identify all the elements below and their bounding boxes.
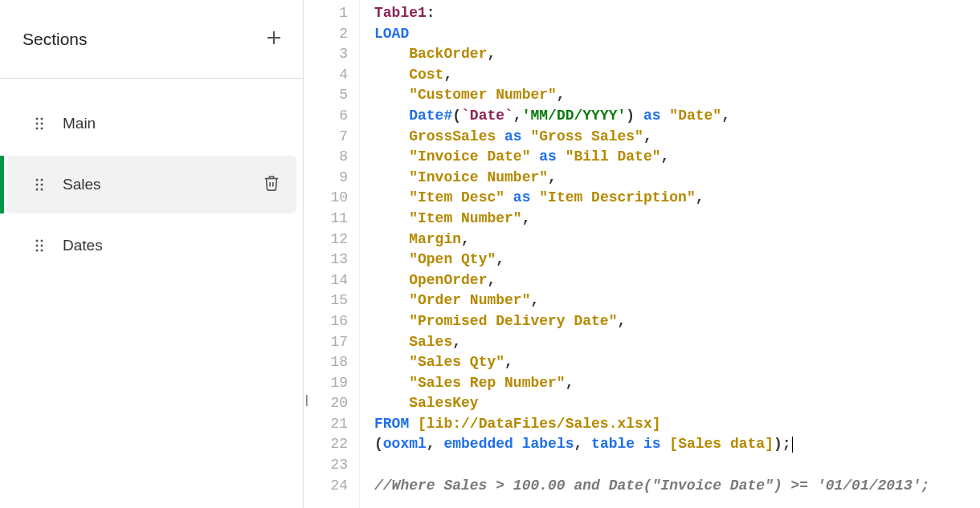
svg-point-12 xyxy=(36,189,39,191)
section-item-dates[interactable]: Dates xyxy=(6,217,296,274)
svg-point-19 xyxy=(41,250,43,252)
code-area[interactable]: Table1:LOAD BackOrder, Cost, "Customer N… xyxy=(360,0,980,508)
code-editor[interactable]: 123456789101112131415161718192021222324 … xyxy=(304,0,980,508)
section-list: MainSalesDates xyxy=(0,79,303,278)
svg-point-6 xyxy=(36,128,39,130)
line-number: 22 xyxy=(304,434,348,455)
svg-point-10 xyxy=(36,184,39,186)
line-number: 15 xyxy=(304,291,348,311)
code-line[interactable]: "Sales Rep Number", xyxy=(374,373,980,394)
section-item-sales[interactable]: Sales xyxy=(6,156,296,213)
sidebar-title: Sections xyxy=(22,30,88,49)
line-number: 19 xyxy=(304,373,348,394)
code-line[interactable]: "Sales Qty", xyxy=(374,352,980,373)
line-number: 5 xyxy=(304,85,348,106)
svg-point-3 xyxy=(41,118,43,120)
code-line[interactable]: "Item Number", xyxy=(374,209,980,230)
code-line[interactable]: SalesKey xyxy=(374,393,980,414)
svg-point-5 xyxy=(41,123,43,125)
section-label: Sales xyxy=(63,176,263,193)
svg-point-7 xyxy=(41,128,43,130)
sidebar-header: Sections xyxy=(0,0,303,79)
svg-point-11 xyxy=(41,184,43,186)
code-line[interactable]: FROM [lib://DataFiles/Sales.xlsx] xyxy=(374,414,980,435)
line-number: 20 xyxy=(304,393,348,414)
code-line[interactable]: //Where Sales > 100.00 and Date("Invoice… xyxy=(374,476,980,497)
code-line[interactable] xyxy=(374,455,980,476)
line-number: 6 xyxy=(304,106,348,127)
code-line[interactable]: Margin, xyxy=(374,230,980,250)
drag-handle-icon[interactable] xyxy=(32,116,47,131)
code-line[interactable]: "Invoice Number", xyxy=(374,168,980,189)
code-line[interactable]: "Promised Delivery Date", xyxy=(374,311,980,332)
code-line[interactable]: Date#(`Date`,'MM/DD/YYYY') as "Date", xyxy=(374,106,980,127)
line-number: 11 xyxy=(304,209,348,230)
line-number: 18 xyxy=(304,352,348,373)
code-line[interactable]: Sales, xyxy=(374,332,980,353)
line-number: 12 xyxy=(304,230,348,250)
code-line[interactable]: LOAD xyxy=(374,24,980,45)
svg-point-8 xyxy=(36,179,39,181)
code-line[interactable]: "Item Desc" as "Item Description", xyxy=(374,188,980,209)
add-section-button[interactable] xyxy=(264,28,284,51)
code-line[interactable]: (ooxml, embedded labels, table is [Sales… xyxy=(374,434,980,455)
line-number: 16 xyxy=(304,311,348,332)
line-number: 23 xyxy=(304,455,348,476)
code-line[interactable]: "Open Qty", xyxy=(374,250,980,270)
code-line[interactable]: OpenOrder, xyxy=(374,270,980,291)
code-line[interactable]: Table1: xyxy=(374,3,980,24)
code-line[interactable]: "Customer Number", xyxy=(374,85,980,106)
section-item-main[interactable]: Main xyxy=(6,95,296,152)
svg-point-17 xyxy=(41,245,43,247)
section-label: Main xyxy=(63,115,280,132)
line-number: 24 xyxy=(304,476,348,497)
line-number: 3 xyxy=(304,44,348,65)
svg-point-16 xyxy=(36,245,39,247)
line-number: 21 xyxy=(304,414,348,435)
line-number: 7 xyxy=(304,127,348,148)
line-number: 8 xyxy=(304,147,348,168)
code-line[interactable]: GrossSales as "Gross Sales", xyxy=(374,127,980,148)
svg-point-15 xyxy=(41,240,43,242)
drag-handle-icon[interactable] xyxy=(32,238,47,253)
line-number: 2 xyxy=(304,24,348,45)
line-gutter: 123456789101112131415161718192021222324 xyxy=(304,0,360,508)
svg-point-9 xyxy=(41,179,43,181)
line-number: 17 xyxy=(304,332,348,353)
line-number: 9 xyxy=(304,168,348,189)
line-number: 13 xyxy=(304,250,348,270)
line-number: 4 xyxy=(304,65,348,86)
drag-handle-icon[interactable] xyxy=(32,177,47,192)
line-number: 1 xyxy=(304,3,348,24)
code-line[interactable]: BackOrder, xyxy=(374,44,980,65)
section-label: Dates xyxy=(63,237,280,254)
code-line[interactable]: "Invoice Date" as "Bill Date", xyxy=(374,147,980,168)
svg-point-4 xyxy=(36,123,39,125)
sections-sidebar: Sections MainSalesDates || xyxy=(0,0,304,508)
svg-point-14 xyxy=(36,240,39,242)
delete-section-button[interactable] xyxy=(263,174,280,196)
text-cursor xyxy=(792,437,793,453)
svg-point-18 xyxy=(36,250,39,252)
svg-point-13 xyxy=(41,189,43,191)
line-number: 10 xyxy=(304,188,348,209)
code-line[interactable]: "Order Number", xyxy=(374,291,980,311)
line-number: 14 xyxy=(304,270,348,291)
svg-point-2 xyxy=(36,118,39,120)
resize-handle[interactable]: || xyxy=(305,393,306,406)
code-line[interactable]: Cost, xyxy=(374,65,980,86)
